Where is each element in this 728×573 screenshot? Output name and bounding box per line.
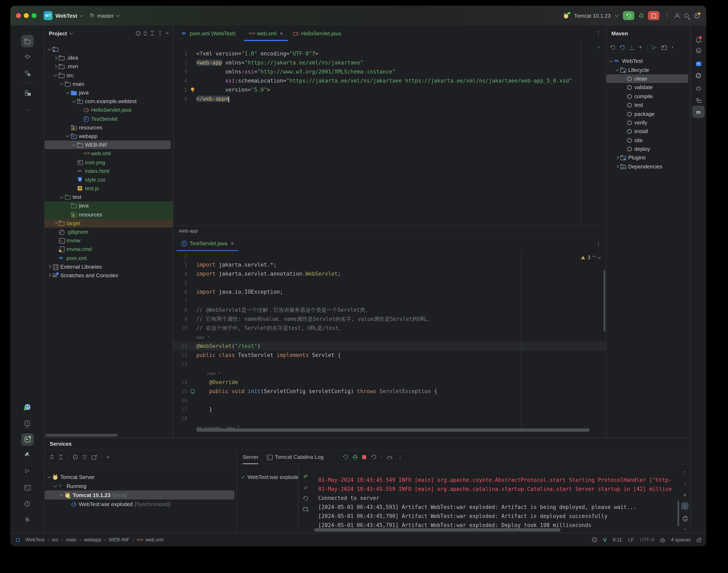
- generate-sources-icon[interactable]: [619, 44, 625, 50]
- tab-options-icon[interactable]: ⋮: [596, 241, 601, 246]
- maven-tree-row[interactable]: deploy: [607, 145, 690, 153]
- tab-close-icon[interactable]: ×: [280, 30, 283, 36]
- collapse-all-icon[interactable]: [151, 29, 155, 38]
- log-vertical-scrollbar[interactable]: [677, 501, 679, 526]
- gutter-icon[interactable]: [190, 423, 196, 432]
- tree-chevron[interactable]: [615, 68, 619, 71]
- gutter-icon[interactable]: [190, 315, 196, 324]
- tree-row[interactable]: test: [45, 193, 173, 201]
- tool-robot-button[interactable]: [692, 82, 705, 94]
- tree-chevron[interactable]: [60, 195, 63, 198]
- breadcrumb-item[interactable]: › src: [47, 537, 58, 542]
- filter-icon[interactable]: ▽: [82, 454, 87, 460]
- editor-tab[interactable]: pom.xml (WebTest): [177, 25, 244, 41]
- project-panel-header[interactable]: Project ⋮ −: [45, 25, 173, 41]
- more-toolbar-icon[interactable]: ›: [672, 44, 673, 50]
- expand-all-icon[interactable]: [144, 31, 148, 36]
- tool-more-button[interactable]: …: [21, 102, 34, 115]
- debug-button[interactable]: [639, 14, 643, 18]
- maven-tree-row[interactable]: clean: [607, 74, 688, 83]
- download-sources-icon[interactable]: [629, 45, 634, 50]
- gutter-icon[interactable]: [190, 67, 196, 76]
- inspections-widget[interactable]: 3: [581, 253, 600, 262]
- tool-pull-requests-button[interactable]: [21, 66, 34, 79]
- close-window-button[interactable]: [16, 13, 21, 18]
- gutter-icon[interactable]: [190, 49, 196, 58]
- tree-chevron[interactable]: [54, 65, 57, 68]
- breadcrumb-tag[interactable]: web-app: [179, 228, 198, 233]
- project-widget[interactable]: WebTest: [55, 12, 77, 19]
- rerun-server-icon[interactable]: [343, 454, 348, 460]
- tree-row[interactable]: src: [45, 71, 173, 80]
- tree-chevron[interactable]: [72, 99, 76, 103]
- caret-position[interactable]: 6:11: [613, 537, 622, 542]
- tree-row[interactable]: resources: [45, 210, 173, 219]
- tree-row[interactable]: HelloServlet.java: [45, 106, 173, 114]
- tool-build-button[interactable]: [21, 448, 34, 461]
- maven-tree-row[interactable]: package: [607, 109, 690, 118]
- v-plugin-icon[interactable]: V: [603, 537, 607, 543]
- title-bar[interactable]: WT WebTest master Tomcat 10.1.23 ⋮: [10, 6, 706, 25]
- openai-status-icon[interactable]: [592, 537, 597, 542]
- tree-chevron[interactable]: [54, 56, 57, 60]
- indent-info[interactable]: 4 spaces: [671, 537, 691, 542]
- tool-git-button[interactable]: [21, 514, 34, 526]
- gutter-icon[interactable]: [190, 369, 196, 378]
- run-maven-goal-icon[interactable]: ▷: [652, 44, 656, 50]
- tree-row[interactable]: .idea: [45, 53, 173, 62]
- tool-maven-button[interactable]: [692, 106, 705, 118]
- gutter-icon[interactable]: [190, 396, 196, 405]
- tree-row[interactable]: External Libraries: [45, 262, 173, 271]
- tree-chevron[interactable]: [54, 221, 57, 225]
- tree-row[interactable]: mvnw: [45, 236, 173, 245]
- gutter-icon[interactable]: [190, 360, 196, 369]
- console-tab[interactable]: Tomcat Catalina Log: [267, 450, 324, 464]
- breadcrumb-item[interactable]: › web.xml: [132, 537, 163, 542]
- gutter-icon[interactable]: [190, 333, 196, 342]
- more-actions-button[interactable]: ⋮: [664, 13, 670, 18]
- service-tree-row[interactable]: WebTest:war exploded [Synchronized]: [45, 500, 236, 509]
- gutter-icon[interactable]: [190, 251, 196, 260]
- maven-tree-row[interactable]: compile: [607, 92, 690, 101]
- tree-row[interactable]: .gitignore: [45, 227, 173, 236]
- unlocked-icon[interactable]: [697, 539, 701, 542]
- log-horizontal-scrollbar[interactable]: [314, 528, 560, 531]
- tree-chevron[interactable]: [48, 265, 51, 268]
- tool-database-button[interactable]: [692, 44, 705, 57]
- gutter-icon[interactable]: [190, 76, 196, 86]
- service-tree-row[interactable]: Tomcat 10.1.23 [local]: [45, 490, 234, 500]
- maven-tree-row[interactable]: test: [607, 101, 690, 109]
- undeploy-icon[interactable]: ⇄: [303, 485, 307, 490]
- collapse-all-icon[interactable]: [59, 453, 63, 462]
- hide-panel-icon[interactable]: −: [166, 31, 169, 36]
- tool-brackets-button[interactable]: [21, 417, 34, 429]
- tree-row[interactable]: java: [45, 88, 173, 97]
- tool-terminal-button[interactable]: [21, 481, 34, 493]
- gutter-icon[interactable]: [190, 342, 196, 351]
- add-user-icon[interactable]: [675, 13, 680, 18]
- editor-vertical-scrollbar[interactable]: [604, 270, 605, 331]
- tree-chevron[interactable]: [66, 91, 70, 94]
- settings-gear-icon[interactable]: [695, 13, 699, 18]
- tree-row[interactable]: web.xml: [45, 149, 173, 158]
- deploy-icon[interactable]: ⇄: [303, 473, 307, 479]
- gutter-icon[interactable]: [190, 86, 196, 95]
- breadcrumb-item[interactable]: › WEB-INF: [104, 537, 129, 542]
- maven-tree-row[interactable]: site: [607, 136, 690, 145]
- tab-close-icon[interactable]: ×: [231, 240, 234, 247]
- tool-project-button[interactable]: [21, 35, 34, 47]
- console-log-area[interactable]: 01-May-2024 18:43:45.549 INFO [main] org…: [313, 464, 680, 533]
- tab-options-icon[interactable]: ⋮: [596, 31, 601, 36]
- scroll-to-end-icon[interactable]: ↓: [681, 503, 688, 510]
- add-service-icon[interactable]: +: [106, 454, 109, 460]
- editor-horizontal-scrollbar[interactable]: [196, 428, 590, 432]
- stop-button[interactable]: [648, 11, 660, 20]
- tree-chevron[interactable]: [615, 156, 619, 159]
- tool-commit-button[interactable]: [21, 50, 34, 62]
- gutter-icon[interactable]: [190, 324, 196, 333]
- tree-row[interactable]: test.js: [45, 184, 173, 193]
- refresh-icon[interactable]: [371, 454, 377, 460]
- locate-file-icon[interactable]: [136, 31, 141, 36]
- tree-chevron[interactable]: [54, 73, 57, 76]
- tree-chevron[interactable]: [60, 493, 63, 497]
